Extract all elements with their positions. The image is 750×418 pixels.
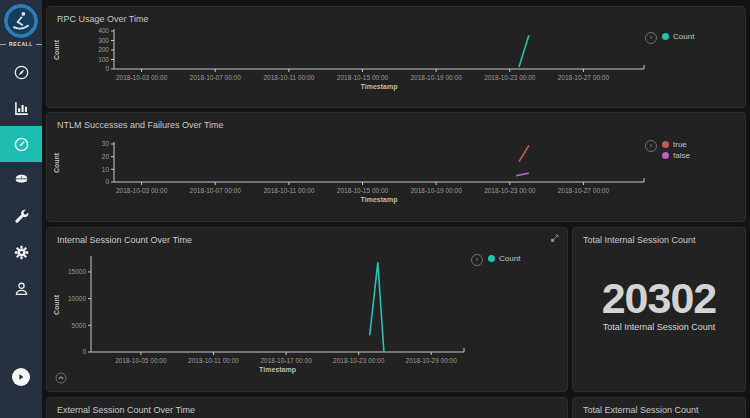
svg-text:0: 0 [82, 348, 86, 355]
gear-icon [13, 244, 30, 261]
panel-internal-session: Internal Session Count Over Time 0500010… [46, 227, 568, 392]
play-button[interactable] [12, 368, 30, 386]
svg-text:2018-10-29 00:00: 2018-10-29 00:00 [406, 357, 458, 364]
svg-text:2018-10-07 00:00: 2018-10-07 00:00 [190, 74, 242, 81]
chart-legend: › Count [471, 254, 520, 266]
svg-text:2018-10-07 00:00: 2018-10-07 00:00 [190, 187, 242, 194]
play-icon [17, 373, 25, 381]
svg-text:Count: Count [53, 39, 60, 60]
svg-text:0: 0 [105, 178, 109, 185]
sidebar-item-timeline[interactable] [0, 126, 42, 162]
rpc-usage-chart[interactable]: 01002003004002018-10-03 00:002018-10-07 … [47, 7, 745, 107]
legend-item-false[interactable]: false [662, 151, 690, 160]
svg-text:2018-10-03 00:00: 2018-10-03 00:00 [116, 187, 168, 194]
svg-text:Timestamp: Timestamp [361, 196, 398, 204]
svg-text:Count: Count [53, 294, 60, 315]
panel-external-session: External Session Count Over Time [46, 397, 568, 418]
panel-title: NTLM Successes and Failures Over Time [57, 120, 224, 130]
series-color-dot [662, 141, 669, 148]
sidebar-item-dashboard[interactable] [0, 54, 42, 90]
panel-title: Total Internal Session Count [583, 235, 696, 245]
svg-text:2018-10-03 00:00: 2018-10-03 00:00 [116, 74, 168, 81]
legend-item-true[interactable]: true [662, 140, 690, 149]
sidebar-item-tools[interactable] [0, 198, 42, 234]
svg-text:10000: 10000 [68, 295, 86, 302]
legend-toggle-icon[interactable]: › [645, 32, 657, 44]
svg-text:2018-10-05 00:00: 2018-10-05 00:00 [115, 357, 167, 364]
sidebar-item-settings[interactable] [0, 234, 42, 270]
legend-item-count[interactable]: Count [662, 32, 694, 41]
sidebar-nav [0, 54, 42, 306]
series-color-dot [662, 33, 669, 40]
svg-text:2018-10-19 00:00: 2018-10-19 00:00 [410, 187, 462, 194]
wrench-icon [13, 208, 30, 225]
panel-total-internal: Total Internal Session Count 20302 Total… [572, 227, 746, 392]
svg-text:300: 300 [98, 37, 109, 44]
sidebar: RECALL [0, 0, 42, 418]
sidebar-item-visualize[interactable] [0, 90, 42, 126]
svg-text:30: 30 [102, 140, 110, 147]
svg-text:2018-10-27 00:00: 2018-10-27 00:00 [558, 74, 610, 81]
brand-label: RECALL [0, 41, 42, 47]
svg-text:5000: 5000 [72, 322, 87, 329]
svg-text:2018-10-23 00:00: 2018-10-23 00:00 [484, 187, 536, 194]
legend-toggle-icon[interactable]: › [645, 140, 657, 152]
surfer-logo-icon [4, 4, 38, 38]
svg-text:200: 200 [98, 46, 109, 53]
svg-text:Timestamp: Timestamp [361, 83, 398, 91]
panel-total-external: Total External Session Count [572, 397, 746, 418]
total-internal-session-value: 20302 [573, 276, 745, 320]
svg-text:2018-10-23 00:00: 2018-10-23 00:00 [484, 74, 536, 81]
svg-text:15000: 15000 [68, 268, 86, 275]
panel-title: External Session Count Over Time [57, 405, 195, 415]
svg-text:2018-10-27 00:00: 2018-10-27 00:00 [558, 187, 610, 194]
sidebar-item-account[interactable] [0, 270, 42, 306]
svg-text:Count: Count [53, 152, 60, 173]
legend-toggle-icon[interactable]: › [471, 254, 483, 266]
bar-chart-icon [13, 100, 30, 117]
svg-text:400: 400 [98, 27, 109, 34]
svg-text:2018-10-23 00:00: 2018-10-23 00:00 [333, 357, 385, 364]
recall-logo[interactable] [4, 4, 38, 38]
panel-title: Internal Session Count Over Time [57, 235, 192, 245]
chart-legend: › true false [645, 140, 690, 162]
svg-text:2018-10-11 00:00: 2018-10-11 00:00 [263, 74, 314, 81]
sidebar-item-security[interactable] [0, 162, 42, 198]
user-icon [13, 280, 30, 297]
panel-ntlm: NTLM Successes and Failures Over Time 01… [46, 112, 746, 222]
svg-text:2018-10-17 00:00: 2018-10-17 00:00 [260, 357, 312, 364]
series-color-dot [662, 152, 669, 159]
legend-item-count[interactable]: Count [488, 254, 520, 263]
svg-text:0: 0 [105, 65, 109, 72]
svg-text:10: 10 [102, 166, 110, 173]
clock-icon [13, 136, 30, 153]
internal-session-chart[interactable]: 0500010000150002018-10-05 00:002018-10-1… [47, 228, 567, 391]
svg-text:2018-10-15 00:00: 2018-10-15 00:00 [337, 187, 389, 194]
chart-legend: › Count [645, 32, 694, 44]
svg-text:2018-10-11 00:00: 2018-10-11 00:00 [263, 187, 314, 194]
panel-title: RPC Usage Over Time [57, 14, 149, 24]
svg-text:2018-10-15 00:00: 2018-10-15 00:00 [337, 74, 389, 81]
svg-text:2018-10-11 00:00: 2018-10-11 00:00 [188, 357, 239, 364]
compass-icon [13, 64, 30, 81]
svg-text:2018-10-19 00:00: 2018-10-19 00:00 [410, 74, 462, 81]
panel-rpc-usage: RPC Usage Over Time 01002003004002018-10… [46, 6, 746, 108]
police-cap-icon [13, 172, 30, 189]
metric: 20302 Total Internal Session Count [573, 276, 745, 332]
series-color-dot [488, 255, 495, 262]
collapse-up-icon[interactable] [55, 372, 67, 384]
svg-text:Timestamp: Timestamp [259, 366, 296, 374]
expand-icon[interactable] [550, 234, 559, 243]
panel-title: Total External Session Count [583, 405, 699, 415]
metric-caption: Total Internal Session Count [573, 322, 745, 332]
svg-text:20: 20 [102, 153, 110, 160]
svg-text:100: 100 [98, 56, 109, 63]
